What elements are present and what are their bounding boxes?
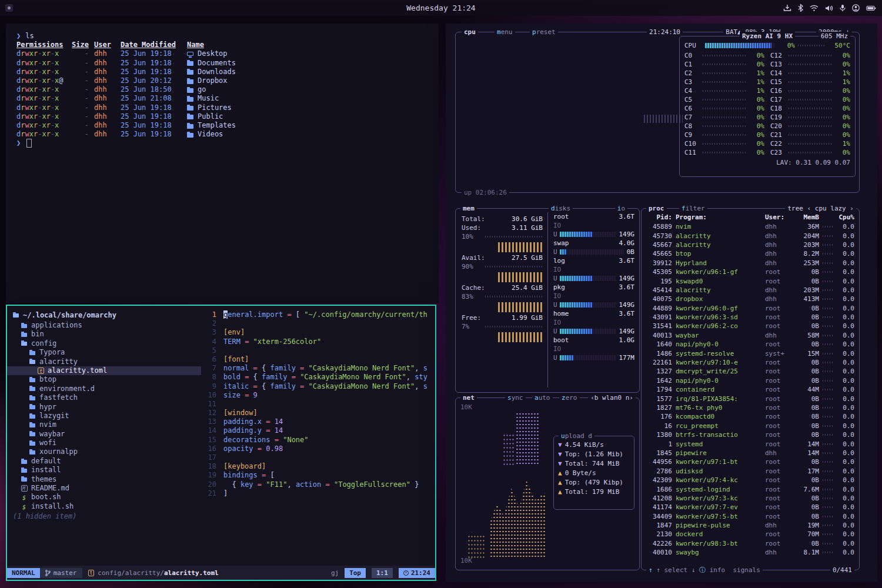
tree-item[interactable]: install: [7, 466, 201, 475]
process-row[interactable]: 34409 kworker/u97:5-bt root 0B 0.0: [646, 512, 854, 521]
editor-line[interactable]: 16opacity = 0.98: [201, 445, 435, 453]
net-interface[interactable]: ‹b wlan0 n›: [588, 393, 636, 402]
process-row[interactable]: 41208 kworker/u97:3-kc root 0B 0.0: [646, 494, 854, 503]
process-row[interactable]: 1 systemd root 14M 0.0: [646, 439, 854, 448]
editor-line[interactable]: 5: [201, 346, 435, 355]
editor-line[interactable]: 4TERM = "xterm-256color": [201, 338, 435, 346]
prompt-line-empty[interactable]: ❯: [16, 139, 439, 148]
proc-box-title[interactable]: proc: [646, 204, 667, 213]
editor-line[interactable]: 2: [201, 319, 435, 328]
tree-item[interactable]: alacritty: [7, 358, 201, 366]
net-box-title[interactable]: net: [460, 393, 477, 402]
tree-item[interactable]: bin: [7, 330, 201, 339]
editor-line[interactable]: 10size = 9: [201, 391, 435, 400]
editor-line[interactable]: 9italic = { family = "CaskaydiaMono Nerd…: [201, 382, 435, 391]
process-row[interactable]: 1577 irq/81-PIXA3854: root 0B 0.0: [646, 394, 854, 403]
editor-line[interactable]: 17: [201, 453, 435, 462]
tree-item[interactable]: environment.d: [7, 385, 201, 393]
process-row[interactable]: 16 rcu_preempt root 0B 0.0: [646, 422, 854, 430]
user-icon[interactable]: [852, 4, 860, 12]
net-zero-button[interactable]: zero: [559, 393, 580, 402]
process-row[interactable]: 43091 kworker/u96:3-sd root 0B 0.0: [646, 313, 854, 322]
editor-line[interactable]: 21]: [201, 489, 435, 498]
process-row[interactable]: 1327 dmcrypt_write/25 root 0B 0.0: [646, 367, 854, 376]
process-row[interactable]: 42309 kworker/u97:4-kc root 0B 0.0: [646, 476, 854, 485]
col-user[interactable]: User:: [765, 213, 791, 222]
editor-line[interactable]: 8bold = { family = "CaskaydiaMono Nerd F…: [201, 373, 435, 382]
col-mem[interactable]: MemB: [794, 213, 819, 222]
process-row[interactable]: 1640 napi/phy0-0 root 0B 0.0: [646, 340, 854, 349]
process-row[interactable]: 45414 alacritty dhh 203M 0.0: [646, 286, 854, 295]
editor-line[interactable]: 6[font]: [201, 355, 435, 364]
process-row[interactable]: 45665 btop dhh 8.2M 0.0: [646, 249, 854, 258]
tree-item[interactable]: alacritty.toml: [7, 366, 201, 375]
process-row[interactable]: 44889 kworker/u96:0-gf root 0B 0.0: [646, 304, 854, 313]
process-row[interactable]: 31541 kworker/u96:2-co root 0B 0.0: [646, 322, 854, 330]
tree-item[interactable]: waybar: [7, 430, 201, 439]
editor-line[interactable]: 3[env]: [201, 328, 435, 337]
editor-line[interactable]: 14padding.y = 14: [201, 426, 435, 435]
process-row[interactable]: 1686 systemd-logind root 7.6M 0.0: [646, 485, 854, 493]
tree-item[interactable]: install.sh: [7, 502, 201, 511]
filter-button[interactable]: filter: [679, 204, 707, 213]
editor-line[interactable]: 12[window]: [201, 409, 435, 417]
tree-item[interactable]: xournalpp: [7, 447, 201, 456]
editor-line[interactable]: 11: [201, 400, 435, 409]
editor-line[interactable]: 13padding.x = 14: [201, 417, 435, 426]
tree-item[interactable]: hypr: [7, 403, 201, 412]
process-row[interactable]: 45305 kworker/u96:1-gf root 0B 0.0: [646, 268, 854, 276]
col-pid[interactable]: Pid:: [646, 213, 672, 222]
process-row[interactable]: 195 kswapd0 root 0B 0.0: [646, 276, 854, 285]
proc-footer-controls[interactable]: ↑ ↑ select ↓ ⓘ info signals: [646, 566, 763, 574]
process-row[interactable]: 40013 waybar dhh 58M 0.0: [646, 331, 854, 340]
tree-item[interactable]: config: [7, 339, 201, 348]
tree-item[interactable]: lazygit: [7, 412, 201, 420]
preset-button[interactable]: preset: [530, 28, 558, 36]
process-row[interactable]: 1847 pipewire-pulse dhh 19M 0.0: [646, 521, 854, 530]
net-sync-button[interactable]: sync: [505, 393, 526, 402]
process-row[interactable]: 22161 kworker/u97:10-e root 0B 0.0: [646, 358, 854, 367]
mem-box-title[interactable]: mem: [460, 204, 477, 213]
disks-toggle[interactable]: disks: [549, 204, 573, 213]
battery-icon[interactable]: [866, 5, 876, 11]
process-row[interactable]: 45667 alacritty dhh 203M 0.0: [646, 240, 854, 249]
tree-item[interactable]: Typora: [7, 348, 201, 357]
col-cpu[interactable]: Cpu%: [837, 213, 854, 222]
tree-item[interactable]: wofi: [7, 439, 201, 447]
volume-icon[interactable]: [825, 5, 833, 12]
menu-button[interactable]: menu: [495, 28, 515, 36]
process-row[interactable]: 40075 dropbox dhh 413M 0.0: [646, 295, 854, 303]
wifi-icon[interactable]: [810, 5, 818, 12]
process-row[interactable]: 2786 udisksd root 17M 0.0: [646, 467, 854, 476]
editor-line[interactable]: 20 { key = "F11", action = "ToggleFullsc…: [201, 480, 435, 489]
editor-line[interactable]: 19bindings = [: [201, 471, 435, 480]
process-row[interactable]: 44956 kworker/u97:1-bt root 0B 0.0: [646, 457, 854, 466]
tree-item[interactable]: themes: [7, 475, 201, 484]
process-row[interactable]: 1642 napi/phy0-0 root 0B 0.0: [646, 376, 854, 385]
editor-line[interactable]: 18[keyboard]: [201, 462, 435, 471]
tree-item[interactable]: README.md: [7, 484, 201, 493]
col-program[interactable]: Program:: [676, 213, 761, 222]
tree-item[interactable]: boot.sh: [7, 493, 201, 502]
editor-line[interactable]: 7normal = { family = "CaskaydiaMono Nerd…: [201, 364, 435, 373]
process-row[interactable]: 1827 mt76-tx phy0 root 0B 0.0: [646, 403, 854, 412]
launcher-icon[interactable]: [5, 4, 13, 12]
process-row[interactable]: 45730 alacritty dhh 204M 0.0: [646, 231, 854, 240]
process-row[interactable]: 1845 pipewire dhh 14M 0.0: [646, 449, 854, 457]
process-row[interactable]: 1380 btrfs-transactio root 0B 0.0: [646, 430, 854, 439]
tree-item[interactable]: applications: [7, 321, 201, 330]
cpu-box-title[interactable]: cpu: [462, 28, 478, 36]
process-row[interactable]: 1486 systemd-resolve syst+ 15M 0.0: [646, 349, 854, 358]
mic-icon[interactable]: [840, 4, 846, 12]
process-row[interactable]: 40010 swaybg dhh 8.1M 0.0: [646, 548, 854, 557]
editor-pane[interactable]: 1general.import = [ "~/.config/omarchy/c…: [201, 306, 435, 566]
io-toggle[interactable]: io: [615, 204, 627, 213]
tree-item[interactable]: default: [7, 457, 201, 466]
process-row[interactable]: 1794 containerd root 44M 0.0: [646, 385, 854, 394]
proc-sort-controls[interactable]: tree ‹ cpu lazy ›: [785, 204, 856, 213]
tree-root[interactable]: ~/.local/share/omarchy: [7, 310, 201, 320]
tray-download-icon[interactable]: [783, 4, 791, 12]
net-auto-button[interactable]: auto: [532, 393, 553, 402]
editor-line[interactable]: 1general.import = [ "~/.config/omarchy/c…: [201, 310, 435, 319]
tree-item[interactable]: btop: [7, 375, 201, 384]
